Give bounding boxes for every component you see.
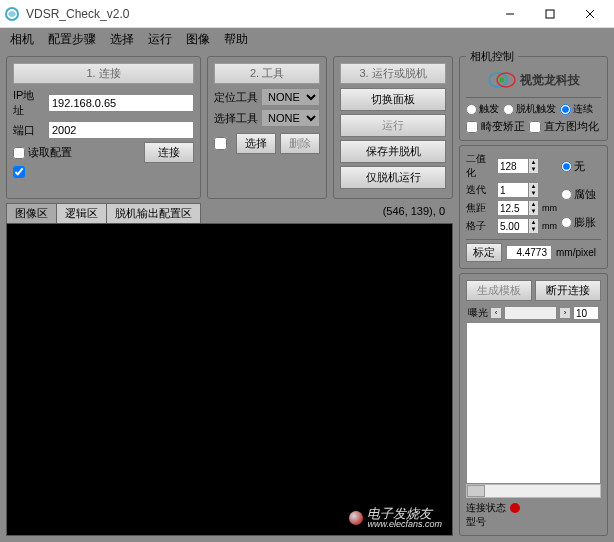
- exposure-dec-button[interactable]: ‹: [490, 307, 502, 319]
- tab-logic[interactable]: 逻辑区: [56, 203, 107, 223]
- status-dot-icon: [510, 503, 520, 513]
- exposure-label: 曝光: [468, 306, 488, 320]
- template-scrollbar[interactable]: [466, 484, 601, 498]
- gen-template-button[interactable]: 生成模板: [466, 280, 532, 301]
- mode-continuous-radio[interactable]: [560, 104, 571, 115]
- watermark-icon: [349, 511, 363, 525]
- save-offline-button[interactable]: 保存并脱机: [340, 140, 446, 163]
- image-viewer[interactable]: 电子发烧友 www.elecfans.com: [6, 223, 453, 536]
- grid-spinner[interactable]: ▲▼: [497, 218, 539, 234]
- brand-logo: 视觉龙科技: [466, 67, 601, 93]
- camera-control-title: 相机控制: [466, 49, 518, 64]
- tools-panel: 2. 工具 定位工具 NONE 选择工具 NONE 选择 删除: [207, 56, 327, 199]
- ip-label: IP地址: [13, 88, 45, 118]
- menu-config-steps[interactable]: 配置步骤: [42, 29, 102, 50]
- focal-label: 焦距: [466, 201, 494, 215]
- histogram-checkbox[interactable]: [529, 121, 541, 133]
- title-bar: VDSR_Check_v2.0: [0, 0, 614, 28]
- brand-text: 视觉龙科技: [520, 72, 580, 89]
- maximize-button[interactable]: [530, 0, 570, 28]
- menu-image[interactable]: 图像: [180, 29, 216, 50]
- locate-tool-label: 定位工具: [214, 90, 258, 105]
- mode-trigger-radio[interactable]: [466, 104, 477, 115]
- menu-select[interactable]: 选择: [104, 29, 140, 50]
- port-label: 端口: [13, 123, 45, 138]
- exposure-inc-button[interactable]: ›: [559, 307, 571, 319]
- locate-tool-select[interactable]: NONE: [261, 88, 320, 106]
- delete-button[interactable]: 删除: [280, 133, 320, 154]
- select-tool-label: 选择工具: [214, 111, 258, 126]
- run-button[interactable]: 运行: [340, 114, 446, 137]
- connect-header: 1. 连接: [13, 63, 194, 84]
- read-config-label: 读取配置: [28, 145, 72, 160]
- run-offline-panel: 3. 运行或脱机 切换面板 运行 保存并脱机 仅脱机运行: [333, 56, 453, 199]
- offline-run-button[interactable]: 仅脱机运行: [340, 166, 446, 189]
- minimize-button[interactable]: [490, 0, 530, 28]
- conn-status-label: 连接状态: [466, 501, 506, 515]
- tools-header: 2. 工具: [214, 63, 320, 84]
- run-offline-header: 3. 运行或脱机: [340, 63, 446, 84]
- exposure-value[interactable]: [573, 306, 599, 320]
- distortion-checkbox[interactable]: [466, 121, 478, 133]
- template-panel: 生成模板 断开连接 曝光 ‹ › 连接状态 型号: [459, 273, 608, 536]
- menu-help[interactable]: 帮助: [218, 29, 254, 50]
- calibrate-button[interactable]: 标定: [466, 243, 502, 262]
- menu-bar: 相机 配置步骤 选择 运行 图像 帮助: [0, 28, 614, 50]
- template-list[interactable]: [466, 322, 601, 484]
- connect-button[interactable]: 连接: [144, 142, 194, 163]
- extra-checkbox[interactable]: [13, 166, 25, 178]
- svg-rect-2: [546, 10, 554, 18]
- params-panel: 二值化 ▲▼ 迭代 ▲▼ 焦距 ▲▼ mm 格子 ▲▼: [459, 145, 608, 269]
- tool-checkbox[interactable]: [214, 137, 227, 150]
- focal-spinner[interactable]: ▲▼: [497, 200, 539, 216]
- morph-dilate-radio[interactable]: [561, 217, 572, 228]
- camera-control-panel: 相机控制 视觉龙科技 触发 脱机触发 连续 畸变矫正 直方图均化: [459, 56, 608, 141]
- calib-value: 4.4773: [506, 245, 552, 260]
- tab-offline-output[interactable]: 脱机输出配置区: [106, 203, 201, 223]
- port-input[interactable]: [48, 121, 194, 139]
- choose-button[interactable]: 选择: [236, 133, 276, 154]
- calib-unit: mm/pixel: [556, 247, 596, 258]
- close-button[interactable]: [570, 0, 610, 28]
- cursor-coords: (546, 139), 0: [375, 203, 453, 223]
- tab-bar: 图像区 逻辑区 脱机输出配置区 (546, 139), 0: [6, 203, 453, 223]
- read-config-checkbox[interactable]: [13, 147, 25, 159]
- svg-point-7: [499, 78, 504, 83]
- morph-none-radio[interactable]: [561, 161, 572, 172]
- exposure-track[interactable]: [504, 306, 557, 320]
- switch-panel-button[interactable]: 切换面板: [340, 88, 446, 111]
- binarize-spinner[interactable]: ▲▼: [497, 158, 539, 174]
- disconnect-button[interactable]: 断开连接: [535, 280, 601, 301]
- morph-erode-radio[interactable]: [561, 189, 572, 200]
- watermark: 电子发烧友 www.elecfans.com: [349, 507, 442, 529]
- mode-offline-trigger-radio[interactable]: [503, 104, 514, 115]
- grid-label: 格子: [466, 219, 494, 233]
- connect-panel: 1. 连接 IP地址 端口 读取配置 连接: [6, 56, 201, 199]
- menu-run[interactable]: 运行: [142, 29, 178, 50]
- app-icon: [4, 6, 20, 22]
- tab-image[interactable]: 图像区: [6, 203, 57, 223]
- select-tool-select[interactable]: NONE: [261, 109, 320, 127]
- menu-camera[interactable]: 相机: [4, 29, 40, 50]
- iter-spinner[interactable]: ▲▼: [497, 182, 539, 198]
- ip-input[interactable]: [48, 94, 194, 112]
- iter-label: 迭代: [466, 183, 494, 197]
- window-title: VDSR_Check_v2.0: [26, 7, 490, 21]
- model-label: 型号: [466, 516, 486, 527]
- binarize-label: 二值化: [466, 152, 494, 180]
